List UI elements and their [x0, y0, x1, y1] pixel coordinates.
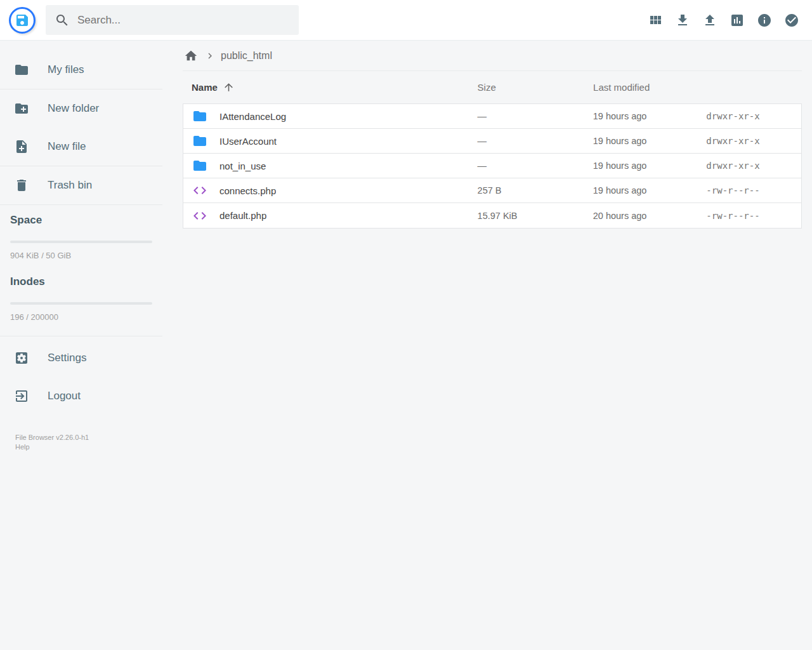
sidebar-item-label: Settings — [48, 352, 86, 364]
space-meter — [10, 241, 152, 243]
search-bar[interactable] — [46, 5, 299, 35]
home-icon — [184, 49, 198, 63]
folder-icon — [14, 62, 48, 77]
file-size: — — [478, 136, 593, 146]
settings-icon — [14, 350, 48, 366]
file-permissions: drwxr-xr-x — [665, 111, 801, 121]
file-size: — — [478, 161, 593, 171]
sidebar-item-new-file[interactable]: New file — [0, 128, 162, 166]
info-icon — [757, 13, 772, 28]
app-logo[interactable] — [9, 7, 36, 34]
sidebar-divider — [0, 336, 162, 336]
listing-header: Name Size Last modified — [183, 71, 802, 103]
code-icon — [192, 208, 219, 223]
file-name-cell: IUserAccount — [183, 133, 478, 149]
breadcrumb-home-button[interactable] — [183, 49, 199, 63]
file-name: not_in_use — [219, 161, 266, 171]
file-row[interactable]: IUserAccount — 19 hours ago drwxr-xr-x — [183, 129, 801, 154]
sidebar-item-label: Trash bin — [48, 179, 92, 192]
topbar — [0, 0, 812, 41]
usage-chart-icon — [730, 13, 745, 28]
file-size: 257 B — [478, 185, 593, 196]
file-row[interactable]: not_in_use — 19 hours ago drwxr-xr-x — [183, 154, 801, 178]
new-file-icon — [14, 139, 48, 154]
download-button[interactable] — [675, 13, 690, 28]
space-section: Space 904 KiB / 50 GiB — [0, 205, 162, 267]
app-version: File Browser v2.26.0-h1 — [15, 433, 162, 442]
new-folder-icon — [14, 101, 48, 116]
sort-by-size[interactable]: Size — [478, 82, 594, 93]
file-permissions: -rw-r--r-- — [665, 185, 801, 196]
file-permissions: drwxr-xr-x — [665, 161, 801, 171]
space-title: Space — [10, 214, 152, 227]
file-name-cell: not_in_use — [183, 158, 478, 173]
search-input[interactable] — [77, 14, 290, 27]
sort-by-modified[interactable]: Last modified — [593, 82, 665, 93]
sidebar-item-settings[interactable]: Settings — [0, 339, 162, 377]
folder-icon — [192, 133, 219, 149]
breadcrumb: public_html — [183, 41, 802, 71]
file-size: — — [478, 111, 593, 121]
sidebar-footer: File Browser v2.26.0-h1 Help — [0, 415, 162, 452]
file-modified: 19 hours ago — [593, 111, 665, 121]
trash-icon — [14, 178, 48, 193]
file-row[interactable]: IAttendanceLog — 19 hours ago drwxr-xr-x — [183, 104, 801, 129]
file-permissions: drwxr-xr-x — [665, 136, 801, 146]
logout-icon — [14, 388, 48, 404]
topbar-actions — [648, 13, 799, 28]
upload-button[interactable] — [702, 13, 717, 28]
file-name: IAttendanceLog — [219, 111, 286, 122]
inodes-title: Inodes — [10, 275, 152, 288]
download-icon — [675, 13, 690, 28]
file-name: default.php — [219, 210, 266, 221]
folder-icon — [192, 109, 219, 124]
help-link[interactable]: Help — [15, 443, 30, 451]
check-circle-icon — [784, 13, 799, 28]
file-size: 15.97 KiB — [478, 211, 593, 221]
main-content: public_html Name Size Last modified IAtt… — [162, 41, 812, 650]
breadcrumb-segment[interactable]: public_html — [221, 50, 272, 62]
sidebar-item-trash-bin[interactable]: Trash bin — [0, 166, 162, 204]
code-icon — [192, 183, 219, 198]
space-usage: 904 KiB / 50 GiB — [10, 249, 152, 260]
file-modified: 20 hours ago — [593, 211, 665, 221]
sidebar-item-new-folder[interactable]: New folder — [0, 90, 162, 128]
file-row[interactable]: connects.php 257 B 19 hours ago -rw-r--r… — [183, 178, 801, 203]
file-name: connects.php — [219, 185, 276, 196]
floppy-disk-icon — [15, 13, 30, 28]
grid-view-icon — [648, 13, 663, 28]
file-name-cell: connects.php — [183, 183, 478, 198]
grid-view-button[interactable] — [648, 13, 663, 28]
file-name: IUserAccount — [219, 136, 277, 147]
sidebar-item-label: My files — [48, 63, 84, 76]
file-modified: 19 hours ago — [593, 136, 665, 146]
select-multiple-button[interactable] — [784, 13, 799, 28]
sidebar-item-label: Logout — [48, 390, 81, 402]
inodes-section: Inodes 196 / 200000 — [0, 267, 162, 328]
file-name-cell: IAttendanceLog — [183, 109, 478, 124]
inodes-meter — [10, 302, 152, 305]
sidebar-item-my-files[interactable]: My files — [0, 51, 162, 89]
upload-icon — [702, 13, 717, 28]
info-button[interactable] — [757, 13, 772, 28]
file-name-cell: default.php — [183, 208, 478, 223]
listing-body: IAttendanceLog — 19 hours ago drwxr-xr-x… — [183, 103, 802, 229]
file-row[interactable]: default.php 15.97 KiB 20 hours ago -rw-r… — [183, 203, 801, 228]
sidebar-item-logout[interactable]: Logout — [0, 377, 162, 415]
chevron-right-icon — [204, 50, 216, 62]
sidebar-item-label: New folder — [48, 102, 99, 115]
usage-button[interactable] — [730, 13, 745, 28]
file-modified: 19 hours ago — [593, 185, 665, 196]
search-icon — [55, 13, 70, 28]
header-name-label: Name — [192, 82, 218, 93]
sidebar: My files New folder New file Trash bin S… — [0, 41, 162, 650]
folder-icon — [192, 158, 219, 173]
inodes-usage: 196 / 200000 — [10, 311, 152, 322]
file-modified: 19 hours ago — [593, 161, 665, 171]
sort-by-name[interactable]: Name — [183, 81, 478, 93]
file-permissions: -rw-r--r-- — [665, 211, 801, 221]
sidebar-item-label: New file — [48, 140, 86, 153]
sort-arrow-up-icon — [223, 81, 235, 93]
